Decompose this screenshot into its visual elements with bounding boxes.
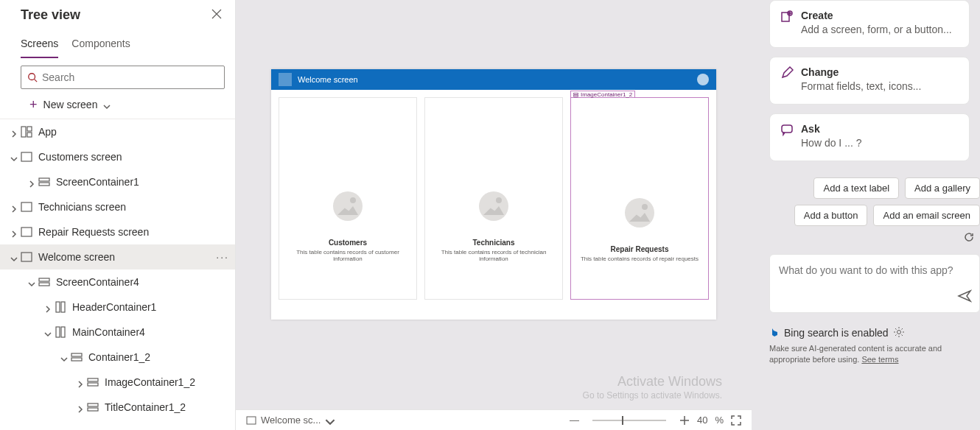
tab-components[interactable]: Components xyxy=(71,33,130,58)
svg-rect-5 xyxy=(39,178,49,181)
tab-screens[interactable]: Screens xyxy=(21,33,58,58)
chevron-down-icon xyxy=(103,101,111,108)
tree-node-customers[interactable]: Customers screen xyxy=(0,144,235,169)
svg-rect-24 xyxy=(247,417,256,424)
selection-label: ImageContainer1_2 xyxy=(570,91,635,98)
screen-icon xyxy=(21,226,32,238)
tree-node-repair[interactable]: Repair Requests screen xyxy=(0,219,235,244)
pill-add-gallery[interactable]: Add a gallery xyxy=(905,177,980,199)
tree-node-imagecontainer12[interactable]: ImageContainer1_2 xyxy=(0,370,235,395)
svg-rect-14 xyxy=(56,327,60,337)
container-icon xyxy=(38,176,50,188)
card-customers[interactable]: Customers This table contains records of… xyxy=(279,97,417,300)
svg-rect-7 xyxy=(21,202,32,211)
pill-add-button[interactable]: Add a button xyxy=(794,205,868,226)
svg-rect-13 xyxy=(61,302,65,312)
app-icon xyxy=(21,126,32,138)
svg-rect-17 xyxy=(71,358,82,361)
svg-rect-16 xyxy=(71,353,82,356)
svg-rect-8 xyxy=(21,228,32,236)
pill-add-text-label[interactable]: Add a text label xyxy=(813,177,899,199)
svg-rect-21 xyxy=(88,408,98,411)
svg-rect-10 xyxy=(39,278,49,281)
copilot-create-card[interactable]: CreateAdd a screen, form, or a button... xyxy=(769,0,970,48)
search-field[interactable] xyxy=(42,71,218,83)
svg-rect-12 xyxy=(56,302,60,312)
app-preview[interactable]: Welcome screen Customers This table cont… xyxy=(271,69,716,320)
card-technicians[interactable]: Technicians This table contains records … xyxy=(424,97,563,300)
ai-disclaimer: Make sure AI-generated content is accura… xyxy=(769,343,980,365)
tree-node-screencontainer1[interactable]: ScreenContainer1 xyxy=(0,169,235,194)
copilot-panel: CreateAdd a screen, form, or a button...… xyxy=(752,0,980,430)
copilot-ask-input[interactable] xyxy=(769,254,980,313)
tree-node-maincontainer4[interactable]: MainContainer4 xyxy=(0,320,235,345)
app-logo-placeholder xyxy=(279,73,292,86)
screen-selector[interactable]: Welcome sc... xyxy=(246,415,332,426)
bing-icon xyxy=(769,328,780,338)
status-bar: Welcome sc... — 40 % xyxy=(236,409,752,430)
screen-icon xyxy=(21,201,32,213)
tree-node-screencontainer4[interactable]: ScreenContainer4 xyxy=(0,269,235,295)
tree-node-headercontainer1[interactable]: HeaderContainer1 xyxy=(0,295,235,320)
send-icon[interactable] xyxy=(957,289,972,306)
zoom-slider[interactable] xyxy=(592,420,666,421)
svg-point-0 xyxy=(29,74,35,80)
card-desc: This table contains records of customer … xyxy=(279,249,416,262)
copilot-change-card[interactable]: ChangeFormat fields, text, icons... xyxy=(769,57,970,105)
refresh-suggestions-button[interactable] xyxy=(958,232,980,242)
suggestion-pills: Add a text label Add a gallery Add a but… xyxy=(755,170,980,250)
image-placeholder-icon xyxy=(625,198,654,228)
image-placeholder-icon xyxy=(333,191,363,221)
new-screen-label: New screen xyxy=(43,99,98,110)
gear-icon[interactable] xyxy=(893,326,905,340)
bing-status: Bing search is enabled xyxy=(769,326,980,340)
tree-node-welcome[interactable]: Welcome screen ··· xyxy=(0,244,235,269)
screen-icon xyxy=(21,251,32,263)
svg-rect-6 xyxy=(39,183,49,186)
tree-list: App Customers screen ScreenContainer1 Te… xyxy=(0,119,235,430)
zoom-out-button[interactable]: — xyxy=(570,415,579,426)
ask-icon xyxy=(780,123,794,150)
svg-rect-20 xyxy=(88,403,98,406)
tree-node-app[interactable]: App xyxy=(0,119,235,144)
fit-to-screen-button[interactable] xyxy=(731,415,741,426)
svg-rect-3 xyxy=(27,133,32,137)
tree-view-title: Tree view xyxy=(21,7,80,23)
tree-node-container12[interactable]: Container1_2 xyxy=(0,345,235,370)
chevron-down-icon xyxy=(325,417,332,424)
tree-node-technicians[interactable]: Technicians screen xyxy=(0,194,235,219)
vcontainer-icon xyxy=(55,326,66,338)
vcontainer-icon xyxy=(55,301,66,313)
app-title: Welcome screen xyxy=(298,75,358,84)
close-icon[interactable] xyxy=(211,9,222,22)
container-icon xyxy=(38,276,50,288)
svg-rect-19 xyxy=(88,383,98,386)
canvas-area: Welcome screen Customers This table cont… xyxy=(236,0,752,430)
search-input[interactable] xyxy=(21,66,225,89)
container-icon xyxy=(87,376,99,388)
svg-rect-11 xyxy=(39,283,49,286)
svg-rect-1 xyxy=(21,127,26,137)
copilot-ask-card[interactable]: AskHow do I ... ? xyxy=(769,113,970,161)
card-title: Repair Requests xyxy=(611,245,669,253)
more-icon[interactable]: ··· xyxy=(216,251,229,263)
image-placeholder-icon xyxy=(479,191,508,221)
container-icon xyxy=(71,351,83,363)
new-screen-button[interactable]: + New screen xyxy=(0,95,235,119)
svg-rect-15 xyxy=(61,327,65,337)
card-repair-requests[interactable]: ImageContainer1_2 Repair Requests This t… xyxy=(570,97,709,300)
svg-rect-2 xyxy=(27,127,32,131)
avatar-icon xyxy=(697,74,709,85)
create-icon xyxy=(780,10,794,37)
zoom-unit: % xyxy=(715,415,724,426)
card-desc: This table contains records of repair re… xyxy=(576,255,703,262)
svg-rect-23 xyxy=(574,95,578,96)
tree-node-titlecontainer12[interactable]: TitleContainer1_2 xyxy=(0,395,235,420)
zoom-in-button[interactable] xyxy=(679,415,690,426)
svg-rect-9 xyxy=(21,253,32,261)
svg-rect-22 xyxy=(574,93,578,94)
tree-view-panel: Tree view Screens Components + New scree… xyxy=(0,0,236,430)
pill-add-email-screen[interactable]: Add an email screen xyxy=(873,205,980,226)
ask-field[interactable] xyxy=(779,264,970,276)
see-terms-link[interactable]: See terms xyxy=(861,355,898,364)
